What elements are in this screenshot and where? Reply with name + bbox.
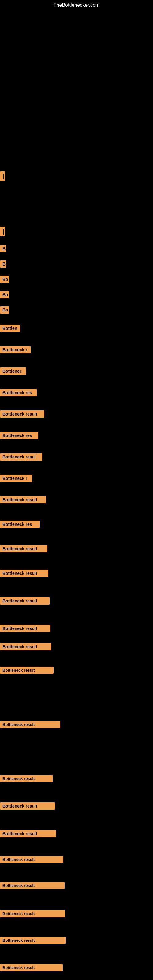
- bottleneck-partial-item: Bottleneck result: [0, 570, 48, 577]
- bottleneck-result-item: Bottleneck result: [0, 856, 63, 863]
- bottleneck-partial-item: Bottleneck result: [0, 625, 51, 632]
- bottleneck-partial-item: Bo: [0, 291, 9, 298]
- bottleneck-partial-item: Bo: [0, 275, 9, 283]
- bottleneck-partial-item: Bottleneck r: [0, 475, 32, 482]
- bottleneck-partial-item: Bottleneck resul: [0, 453, 42, 461]
- bottleneck-partial-item: Bottleneck res: [0, 389, 37, 396]
- bottleneck-partial-item: B: [0, 260, 6, 268]
- bottleneck-partial-item: Bottlen: [0, 325, 20, 332]
- bottleneck-result-item: Bottleneck result: [0, 937, 66, 944]
- bottleneck-partial-item: Bottleneck res: [0, 520, 40, 528]
- bottleneck-partial-item: |: [0, 172, 5, 181]
- bottleneck-partial-item: Bottleneck res: [0, 432, 38, 439]
- bottleneck-partial-item: Bottleneck result: [0, 830, 56, 837]
- bottleneck-partial-item: |: [0, 227, 5, 236]
- bottleneck-partial-item: Bottleneck result: [0, 545, 48, 552]
- bottleneck-partial-item: Bottlenec: [0, 368, 26, 375]
- site-title: TheBottlenecker.com: [0, 0, 153, 8]
- bottleneck-partial-item: Bottleneck result: [0, 802, 55, 810]
- bottleneck-result-item: Bottleneck result: [0, 775, 53, 782]
- bottleneck-result-item: Bottleneck result: [0, 721, 60, 728]
- bottleneck-result-item: Bottleneck result: [0, 964, 63, 971]
- bottleneck-partial-item: Bottleneck result: [0, 496, 46, 503]
- bottleneck-partial-item: Bottleneck result: [0, 597, 49, 605]
- bottleneck-partial-item: B: [0, 245, 6, 252]
- bottleneck-result-item: Bottleneck result: [0, 667, 54, 674]
- bottleneck-partial-item: Bottleneck result: [0, 410, 45, 418]
- bottleneck-partial-item: Bo: [0, 306, 9, 313]
- bottleneck-partial-item: Bottleneck r: [0, 346, 30, 353]
- bottleneck-partial-item: Bottleneck result: [0, 643, 51, 651]
- bottleneck-result-item: Bottleneck result: [0, 882, 65, 889]
- bottleneck-result-item: Bottleneck result: [0, 910, 65, 917]
